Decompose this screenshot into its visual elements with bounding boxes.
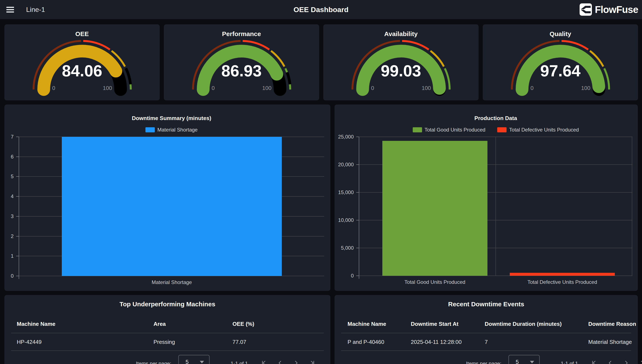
column-header: OEE (%) (232, 321, 254, 327)
top-underperforming-machines-card: Top Underperforming Machines Machine Nam… (5, 295, 330, 364)
axis-tick (356, 136, 359, 137)
y-axis-label: 0 (0, 273, 14, 279)
gauge-max-label: 100 (414, 85, 439, 92)
gauge-min-label: 0 (360, 85, 385, 92)
y-axis-label: 6 (0, 154, 14, 160)
column-header: Machine Name (348, 321, 386, 327)
legend-item-good-units[interactable]: Total Good Units Produced (413, 127, 486, 133)
gauge-max-label: 100 (573, 85, 598, 92)
axis-tick (16, 156, 19, 157)
legend-swatch (413, 127, 422, 132)
gauge-max-label: 100 (254, 85, 280, 92)
legend-label: Material Shortage (157, 127, 197, 133)
last-page-button[interactable] (309, 360, 316, 364)
table-cell: 2025-04-11 12:28:00 (411, 339, 462, 345)
axis-tick (16, 256, 19, 256)
chart-title: Downtime Summary (minutes) (132, 115, 211, 121)
prev-page-button[interactable] (607, 360, 613, 364)
split-line (632, 137, 632, 276)
y-axis-line (359, 137, 359, 279)
y-axis-label: 0 (324, 272, 354, 279)
items-per-page-label: Items per page: (466, 360, 501, 364)
next-page-button[interactable] (293, 360, 299, 364)
axis-tick (356, 276, 359, 276)
gauge-card-performance: Performance 86.93 0 100 (164, 24, 319, 100)
gauge-card-quality: Quality 97.64 0 100 (483, 24, 638, 100)
y-axis-label: 5,000 (324, 245, 354, 251)
prev-page-button[interactable] (277, 360, 283, 364)
legend-item-material-shortage[interactable]: Material Shortage (145, 127, 197, 133)
page-range-label: 1-1 of 1 (558, 360, 581, 364)
flowfuse-logo: FlowFuse (580, 0, 638, 19)
gauge-card-oee: OEE 84.06 0 100 (5, 24, 160, 100)
column-header: Downtime Reason (588, 321, 636, 327)
x-axis-label: Material Shortage (119, 279, 225, 285)
brand-name: FlowFuse (595, 4, 638, 15)
column-header: Downtime Start At (411, 321, 458, 327)
machines-table: Machine NameAreaOEE (%)HP-42449Pressing7… (5, 295, 330, 364)
gauge-title: Availability (324, 30, 478, 38)
page-name: Line-1 (26, 6, 45, 14)
downtime-summary-plot: 01234567Material Shortage (19, 137, 324, 276)
y-axis-label: 7 (0, 134, 14, 140)
next-page-button[interactable] (623, 360, 630, 364)
production-data-plot: 05,00010,00015,00020,00025,000Total Good… (359, 137, 632, 276)
legend-label: Total Good Units Produced (425, 127, 486, 133)
y-axis-label: 4 (0, 193, 14, 200)
page-size-select[interactable]: 5 (178, 355, 210, 364)
axis-tick (356, 248, 359, 248)
last-page-button[interactable] (639, 360, 642, 364)
bar-total-good-units-produced (382, 141, 487, 276)
chevron-down-icon (200, 361, 204, 363)
legend-item-defective-units[interactable]: Total Defective Units Produced (497, 127, 579, 133)
divider (11, 333, 324, 333)
gauge-value: 97.64 (483, 63, 638, 79)
y-axis-label: 15,000 (324, 189, 354, 196)
gauge-min-label: 0 (519, 85, 545, 92)
table-cell: 7 (485, 339, 488, 345)
first-page-button[interactable] (260, 360, 267, 364)
gauge-card-availability: Availability 99.03 0 100 (323, 24, 479, 100)
axis-tick (16, 136, 19, 137)
bar-material-shortage (62, 137, 282, 276)
chevron-down-icon (530, 361, 534, 363)
table-cell: HP-42449 (17, 339, 42, 345)
y-axis-line (19, 137, 19, 279)
gauge-value: 84.06 (5, 63, 159, 79)
production-data-card: Production Data Total Good Units Produce… (335, 104, 638, 291)
table-cell: 77.07 (232, 339, 246, 345)
axis-tick (16, 236, 19, 236)
split-line (496, 137, 496, 276)
app-header: Line-1 OEE Dashboard FlowFuse (0, 0, 642, 19)
axis-tick (16, 176, 19, 177)
divider (11, 350, 324, 351)
y-axis-label: 1 (0, 253, 14, 259)
page-size-select[interactable]: 5 (508, 355, 540, 364)
column-header: Downtime Duration (minutes) (485, 321, 562, 327)
divider (341, 350, 631, 351)
gauge-value: 86.93 (164, 63, 319, 79)
y-axis-label: 2 (0, 233, 14, 240)
x-axis-label: Total Defective Units Produced (509, 279, 615, 285)
menu-icon[interactable] (6, 6, 14, 14)
divider (341, 333, 631, 333)
y-axis-label: 3 (0, 213, 14, 220)
legend-swatch (145, 127, 155, 132)
dashboard-title: OEE Dashboard (294, 6, 349, 14)
axis-tick (356, 164, 359, 165)
page-size-value: 5 (516, 359, 519, 364)
first-page-button[interactable] (591, 360, 597, 364)
downtime-summary-card: Downtime Summary (minutes) Material Shor… (5, 104, 330, 291)
gauge-title: Performance (164, 30, 319, 38)
gauge-min-label: 0 (200, 85, 226, 92)
legend-label: Total Defective Units Produced (509, 127, 579, 133)
y-axis-label: 20,000 (324, 162, 354, 168)
page-size-value: 5 (186, 359, 189, 364)
axis-tick (16, 196, 19, 197)
y-axis-label: 10,000 (324, 217, 354, 223)
page-range-label: 1-1 of 1 (228, 360, 251, 364)
table-cell: Pressing (153, 339, 175, 345)
recent-downtime-events-card: Recent Downtime Events Machine NameDownt… (335, 295, 638, 364)
items-per-page-label: Items per page: (136, 360, 171, 364)
gauge-max-label: 100 (95, 85, 120, 92)
